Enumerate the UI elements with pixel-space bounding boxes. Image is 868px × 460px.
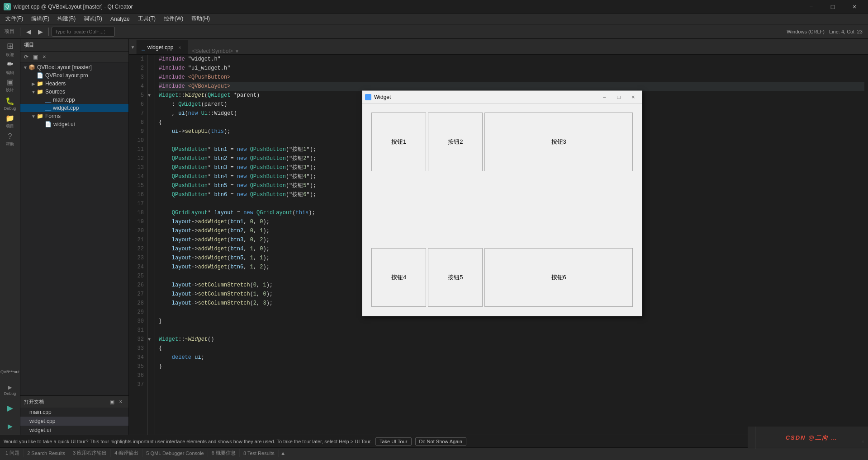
sidebar-welcome[interactable]: ⊞ 欢迎 xyxy=(1,41,19,58)
search-box[interactable] xyxy=(52,27,115,37)
widget-btn5[interactable]: 按钮5 xyxy=(428,248,483,307)
open-files-panel: 打开文档 ▣ × main.cpp widget.cpp widget.ui xyxy=(20,395,128,435)
widget-content: 按钮1 按钮2 按钮3 按钮4 按钮5 按钮6 xyxy=(362,103,642,316)
notification-bar: Would you like to take a quick UI tour? … xyxy=(0,435,868,447)
widget-maximize-btn[interactable]: □ xyxy=(613,93,625,102)
menu-debug[interactable]: 调试(D) xyxy=(80,14,106,23)
main-toolbar: 项目 ◀ ▶ Windows (CRLF) Line: 4, Col: 23 xyxy=(0,24,868,39)
sidebar-qvb-output[interactable]: QVB***out xyxy=(1,363,19,380)
widget-icon xyxy=(365,94,371,100)
nav-back-button[interactable]: ◀ xyxy=(23,26,34,37)
sidebar-edit[interactable]: ✏ 编辑 xyxy=(1,59,19,76)
tab-icon: ⎯ xyxy=(142,44,145,51)
tree-item-headers[interactable]: ▶ 📁 Headers xyxy=(20,80,128,88)
nav-fwd-button[interactable]: ▶ xyxy=(35,26,46,37)
tree-sources-icon: 📁 xyxy=(37,89,43,95)
menu-file[interactable]: 文件(F) xyxy=(2,14,27,23)
tree-root-arrow: ▼ xyxy=(22,65,28,70)
bottom-tab-qml[interactable]: 5 QML Debugger Console xyxy=(142,450,208,457)
csdn-watermark: CSDN @二向 … xyxy=(755,427,868,449)
panel-sync-btn[interactable]: ⟳ xyxy=(22,53,30,61)
sidebar-design[interactable]: ▣ 设计 xyxy=(1,77,19,94)
widget-minimize-btn[interactable]: − xyxy=(598,93,610,102)
open-file-ui[interactable]: widget.ui xyxy=(20,426,128,435)
widget-btn2[interactable]: 按钮2 xyxy=(428,113,483,171)
menu-build[interactable]: 构建(B) xyxy=(54,14,79,23)
tree-root-label: QVBoxLayout [master] xyxy=(37,64,92,70)
panel-collapse-btn[interactable]: ▣ xyxy=(31,53,39,61)
sidebar-debug[interactable]: 🐛 Debug xyxy=(1,95,19,112)
widget-preview-window[interactable]: Widget − □ × 按钮1 按钮2 按钮3 按钮4 按钮5 按钮6 xyxy=(362,90,642,316)
tree-item-sources[interactable]: ▼ 📁 Sources xyxy=(20,88,128,96)
tab-label: widget.cpp xyxy=(147,44,173,51)
bottom-tab-app-output[interactable]: 3 应用程序输出 xyxy=(69,449,111,457)
bottom-tabs: 1 问题 2 Search Results 3 应用程序输出 4 编译输出 5 … xyxy=(0,447,868,458)
bottom-tab-summary[interactable]: 6 概要信息 xyxy=(208,449,240,457)
tree-item-widget-cpp[interactable]: ⎯⎯ widget.cpp xyxy=(20,104,128,112)
tree-widget-icon: ⎯⎯ xyxy=(45,105,51,111)
notification-text: Would you like to take a quick UI tour? … xyxy=(4,439,372,444)
menu-edit[interactable]: 编辑(E) xyxy=(28,14,53,23)
toolbar-sep-2 xyxy=(48,28,49,36)
sidebar-run-debug[interactable]: ▶̣ xyxy=(1,418,19,435)
widget-btn3[interactable]: 按钮3 xyxy=(484,113,633,171)
tree-headers-arrow: ▶ xyxy=(30,81,37,86)
close-button[interactable]: × xyxy=(844,2,864,12)
open-files-expand-btn[interactable]: ▣ xyxy=(108,398,116,406)
widget-close-btn[interactable]: × xyxy=(627,93,639,102)
sidebar-help[interactable]: ? 帮助 xyxy=(1,131,19,148)
tab-dropdown-btn[interactable]: ▼ xyxy=(129,40,137,54)
line-col-label: Line: 4, Col: 23 xyxy=(829,29,863,34)
left-icon-sidebar: ⊞ 欢迎 ✏ 编辑 ▣ 设计 🐛 Debug 📁 项目 ? 帮助 QVB***o… xyxy=(0,39,20,435)
take-ui-tour-btn[interactable]: Take UI Tour xyxy=(375,437,412,446)
bottom-tab-problems[interactable]: 1 问题 xyxy=(2,449,24,457)
tree-pro-label: QVBoxLayout.pro xyxy=(45,72,88,79)
tree-item-widget-ui[interactable]: 📄 widget.ui xyxy=(20,120,128,128)
menu-analyze[interactable]: Analyze xyxy=(107,15,133,23)
tree-headers-label: Headers xyxy=(45,80,66,87)
tab-widget-cpp[interactable]: ⎯ widget.cpp × xyxy=(137,40,188,54)
widget-row-2: 按钮4 按钮5 按钮6 xyxy=(371,248,633,307)
tab-close-btn[interactable]: × xyxy=(176,44,183,51)
bottom-tab-test[interactable]: 8 Test Results xyxy=(240,450,279,457)
bottom-tab-search-results[interactable]: 2 Search Results xyxy=(24,450,69,457)
open-file-widget[interactable]: widget.cpp xyxy=(20,417,128,426)
csdn-action-area xyxy=(748,427,755,449)
menu-bar: 文件(F) 编辑(E) 构建(B) 调试(D) Analyze 工具(T) 控件… xyxy=(0,14,868,24)
do-not-show-btn[interactable]: Do Not Show Again xyxy=(415,437,466,446)
title-bar: Q widget.cpp @ QVBoxLayout [master] - Qt… xyxy=(0,0,868,14)
widget-title: Widget xyxy=(374,94,596,100)
tree-item-pro[interactable]: 📄 QVBoxLayout.pro xyxy=(20,71,128,80)
maximize-button[interactable]: □ xyxy=(823,2,843,12)
widget-btn4[interactable]: 按钮4 xyxy=(371,248,426,307)
menu-help[interactable]: 帮助(H) xyxy=(188,14,213,23)
tree-item-forms[interactable]: ▼ 📁 Forms xyxy=(20,112,128,120)
sidebar-debug-bottom[interactable]: ▶ Debug xyxy=(1,381,19,399)
tree-forms-icon: 📁 xyxy=(37,113,43,119)
tree-sources-arrow: ▼ xyxy=(30,89,37,94)
panel-close-btn[interactable]: × xyxy=(40,53,48,61)
sidebar-run[interactable]: ▶ xyxy=(1,399,19,417)
tree-root[interactable]: ▼ 📦 QVBoxLayout [master] xyxy=(20,63,128,71)
open-files-title[interactable]: 打开文档 ▣ × xyxy=(20,396,128,408)
open-file-main[interactable]: main.cpp xyxy=(20,408,128,417)
menu-tools[interactable]: 工具(T) xyxy=(134,14,159,23)
tab-symbol-selector[interactable]: <Select Symbol> ▼ xyxy=(188,48,868,54)
bottom-tab-arrow: ▲ xyxy=(280,450,286,456)
menu-controls[interactable]: 控件(W) xyxy=(160,14,187,23)
project-panel-title: 项目 xyxy=(20,39,128,52)
open-files-close-btn[interactable]: × xyxy=(117,398,125,406)
tree-forms-label: Forms xyxy=(45,113,61,119)
tree-item-main-cpp[interactable]: ⎯⎯ main.cpp xyxy=(20,96,128,104)
bottom-tab-compile-output[interactable]: 4 编译输出 xyxy=(111,449,142,457)
widget-btn1[interactable]: 按钮1 xyxy=(371,113,426,171)
widget-btn6[interactable]: 按钮6 xyxy=(484,248,633,307)
title-bar-left: Q widget.cpp @ QVBoxLayout [master] - Qt… xyxy=(4,3,133,10)
windows-crlf-label: Windows (CRLF) xyxy=(787,29,825,34)
tab-bar: ▼ ⎯ widget.cpp × <Select Symbol> ▼ xyxy=(129,39,868,55)
tree-ui-icon: 📄 xyxy=(45,121,52,127)
tree-main-icon: ⎯⎯ xyxy=(45,97,51,103)
search-input[interactable] xyxy=(55,29,104,34)
sidebar-project[interactable]: 📁 项目 xyxy=(1,113,19,130)
minimize-button[interactable]: − xyxy=(801,2,821,12)
